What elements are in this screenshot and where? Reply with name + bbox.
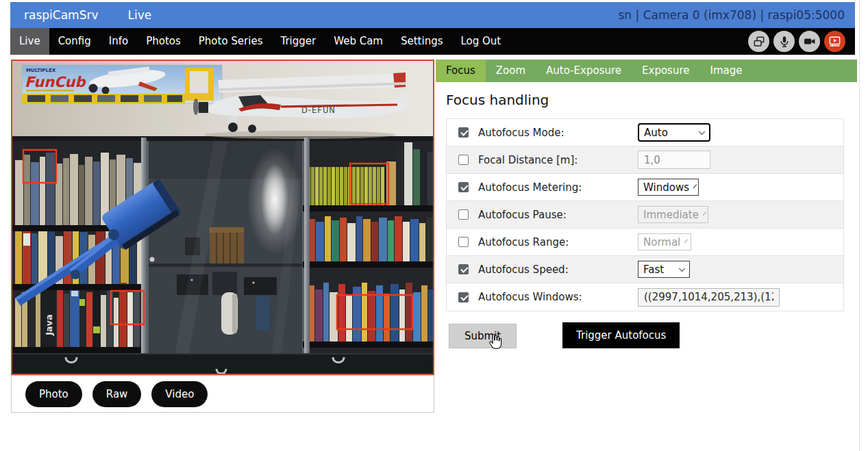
nav-item-trigger[interactable]: Trigger: [271, 28, 325, 55]
row-autofocus-metering: Autofocus Metering: Windows: [447, 174, 843, 201]
focal-distance-label: Focal Distance [m]:: [478, 154, 638, 166]
autofocus-windows-checkbox[interactable]: [458, 292, 469, 302]
submit-button[interactable]: Submit: [449, 324, 517, 348]
app-header: raspiCamSrv Live sn | Camera 0 (imx708) …: [10, 2, 855, 28]
live-camera-view[interactable]: MULTIPLEX FunCub D-EFUN: [11, 60, 434, 375]
nav-item-settings[interactable]: Settings: [392, 28, 452, 55]
autofocus-range-select[interactable]: Normal: [638, 233, 691, 250]
autofocus-mode-select[interactable]: Auto: [638, 123, 710, 142]
nav-icon-group: [748, 28, 845, 55]
autofocus-mode-checkbox[interactable]: [458, 127, 469, 138]
nav-item-web-cam[interactable]: Web Cam: [325, 28, 392, 55]
row-autofocus-pause: Autofocus Pause: Immediate: [447, 201, 843, 229]
trigger-autofocus-button[interactable]: Trigger Autofocus: [562, 322, 680, 348]
video-camera-icon[interactable]: [799, 31, 820, 52]
focus-settings-table: Autofocus Mode: Auto Focal Distance [m]:…: [446, 118, 844, 311]
nav-item-log-out[interactable]: Log Out: [451, 28, 510, 55]
row-autofocus-speed: Autofocus Speed: Fast: [447, 256, 843, 283]
chevron-down-icon: [684, 239, 689, 243]
autofocus-metering-select[interactable]: Windows: [638, 179, 699, 196]
nav-item-info[interactable]: Info: [100, 28, 137, 55]
camera-status-text: sn | Camera 0 (imx708) | raspi05:5000: [619, 8, 845, 22]
settings-tab-bar: Focus Zoom Auto-Exposure Exposure Image: [436, 60, 857, 82]
autofocus-speed-checkbox[interactable]: [458, 264, 469, 274]
chevron-down-icon: [679, 265, 686, 272]
tab-auto-exposure[interactable]: Auto-Exposure: [536, 60, 632, 82]
header-page-title: Live: [127, 8, 151, 22]
tab-image[interactable]: Image: [700, 60, 753, 82]
row-autofocus-windows: Autofocus Windows:: [447, 283, 843, 311]
autofocus-mode-label: Autofocus Mode:: [478, 127, 638, 139]
row-autofocus-mode: Autofocus Mode: Auto: [447, 119, 843, 146]
autofocus-windows-label: Autofocus Windows:: [478, 291, 638, 303]
capture-button-bar: Photo Raw Video: [11, 375, 434, 413]
tab-zoom[interactable]: Zoom: [486, 60, 536, 82]
tab-exposure[interactable]: Exposure: [632, 60, 699, 82]
main-nav: Live Config Info Photos Photo Series Tri…: [10, 28, 855, 55]
nav-item-photo-series[interactable]: Photo Series: [190, 28, 272, 55]
autofocus-range-label: Autofocus Range:: [478, 236, 638, 248]
focal-distance-input[interactable]: [638, 151, 710, 169]
photo-button[interactable]: Photo: [25, 381, 82, 407]
media-player-icon[interactable]: [824, 31, 845, 52]
microphone-icon[interactable]: [773, 31, 795, 52]
focal-distance-checkbox[interactable]: [458, 155, 469, 165]
autofocus-windows-input[interactable]: [638, 288, 780, 307]
panel-title: Focus handling: [446, 92, 549, 108]
video-button[interactable]: Video: [151, 381, 208, 407]
row-autofocus-range: Autofocus Range: Normal: [447, 229, 843, 256]
chevron-down-icon: [693, 184, 697, 188]
nav-item-live[interactable]: Live: [10, 28, 49, 55]
nav-item-config[interactable]: Config: [49, 28, 100, 55]
raw-button[interactable]: Raw: [92, 381, 142, 407]
page-edge-divider: [859, 0, 860, 451]
autofocus-pause-checkbox[interactable]: [458, 209, 469, 220]
autofocus-metering-label: Autofocus Metering:: [478, 181, 638, 194]
photo-series-icon[interactable]: [748, 31, 769, 52]
row-focal-distance: Focal Distance [m]:: [447, 146, 843, 174]
tab-focus[interactable]: Focus: [436, 60, 486, 82]
autofocus-range-checkbox[interactable]: [458, 237, 469, 247]
camera-scene-svg: MULTIPLEX FunCub D-EFUN: [12, 61, 433, 374]
nav-item-photos[interactable]: Photos: [137, 28, 190, 55]
autofocus-pause-select[interactable]: Immediate: [638, 206, 708, 223]
autofocus-speed-select[interactable]: Fast: [638, 261, 690, 278]
autofocus-speed-label: Autofocus Speed:: [478, 263, 638, 276]
autofocus-metering-checkbox[interactable]: [458, 182, 469, 192]
chevron-down-icon: [703, 211, 707, 216]
autofocus-pause-label: Autofocus Pause:: [478, 209, 638, 221]
chevron-down-icon: [699, 128, 706, 135]
app-brand: raspiCamSrv: [24, 8, 98, 22]
